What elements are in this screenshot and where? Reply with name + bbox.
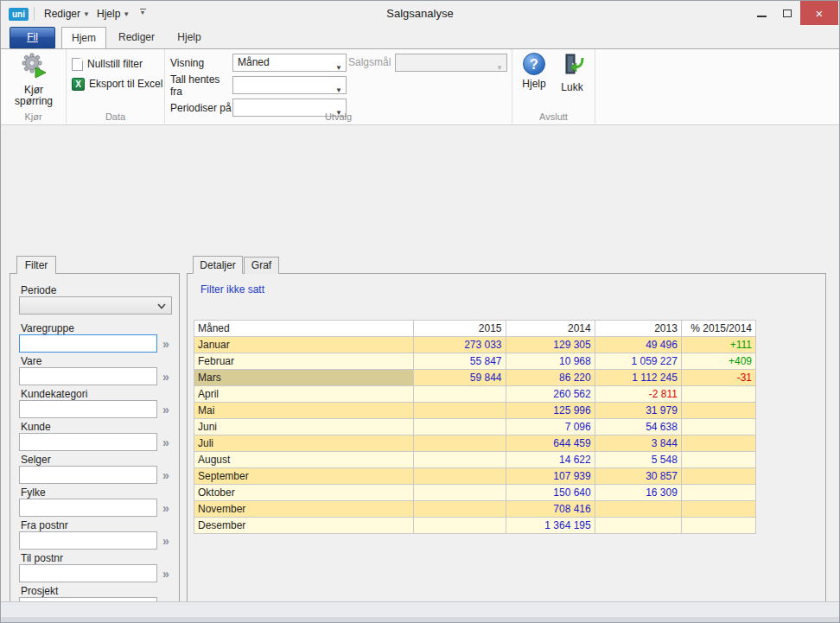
- til-postnr-input[interactable]: [19, 564, 157, 582]
- value-cell[interactable]: [681, 386, 755, 403]
- fra-postnr-input[interactable]: [19, 531, 157, 550]
- value-cell[interactable]: 49 496: [595, 337, 681, 353]
- lookup-more-button[interactable]: »: [162, 334, 180, 353]
- tab-hjelp[interactable]: Hjelp: [167, 28, 212, 48]
- value-cell[interactable]: 1 364 195: [506, 518, 595, 534]
- value-cell[interactable]: 107 939: [506, 468, 595, 485]
- value-cell[interactable]: [414, 452, 506, 468]
- value-cell[interactable]: [414, 485, 506, 501]
- lookup-more-button[interactable]: »: [162, 466, 180, 484]
- tab-rediger[interactable]: Rediger: [110, 28, 163, 48]
- value-cell[interactable]: [681, 485, 755, 501]
- tall-hentes-fra-select[interactable]: ▼: [232, 76, 347, 94]
- value-cell[interactable]: [681, 403, 755, 419]
- tab-graf[interactable]: Graf: [244, 257, 279, 274]
- fylke-input[interactable]: [19, 499, 157, 517]
- month-cell[interactable]: September: [194, 468, 414, 485]
- value-cell[interactable]: 7 096: [506, 419, 595, 435]
- value-cell[interactable]: -31: [681, 370, 755, 386]
- value-cell[interactable]: [414, 386, 506, 403]
- lookup-more-button[interactable]: »: [162, 433, 180, 451]
- tab-filter[interactable]: Filter: [16, 256, 56, 274]
- export-excel-button[interactable]: X Eksport til Excel: [72, 76, 162, 92]
- run-query-button[interactable]: Kjør spørring: [6, 51, 61, 108]
- value-cell[interactable]: 644 459: [506, 435, 595, 452]
- value-cell[interactable]: 86 220: [506, 370, 595, 386]
- month-cell[interactable]: August: [194, 452, 414, 468]
- varegruppe-input[interactable]: [19, 334, 157, 353]
- filter-field-label: Prosjekt: [21, 585, 58, 597]
- value-cell[interactable]: 129 305: [506, 337, 595, 353]
- month-cell[interactable]: Oktober: [194, 485, 414, 501]
- tab-hjem[interactable]: Hjem: [61, 27, 106, 48]
- month-cell[interactable]: April: [194, 386, 414, 403]
- value-cell[interactable]: [681, 452, 755, 468]
- value-cell[interactable]: +409: [681, 353, 755, 370]
- month-cell[interactable]: Mai: [194, 403, 414, 419]
- periode-select[interactable]: [19, 296, 172, 315]
- close-button[interactable]: ×: [800, 1, 838, 25]
- value-cell[interactable]: [595, 501, 681, 518]
- visning-label: Visning: [170, 57, 232, 69]
- value-cell[interactable]: 59 844: [414, 370, 506, 386]
- value-cell[interactable]: [681, 501, 755, 518]
- tab-detaljer[interactable]: Detaljer: [193, 256, 243, 274]
- visning-select[interactable]: Måned▼: [232, 54, 347, 72]
- value-cell[interactable]: [681, 435, 755, 452]
- month-cell[interactable]: Desember: [194, 518, 414, 534]
- value-cell[interactable]: 150 640: [506, 485, 595, 501]
- gear-run-icon: [19, 71, 48, 83]
- lookup-more-button[interactable]: »: [162, 499, 180, 517]
- value-cell[interactable]: [414, 468, 506, 485]
- month-cell[interactable]: Februar: [194, 353, 414, 370]
- value-cell[interactable]: 5 548: [595, 452, 681, 468]
- month-cell[interactable]: Januar: [194, 337, 414, 353]
- value-cell[interactable]: [595, 518, 681, 534]
- kunde-input[interactable]: [19, 433, 157, 451]
- lookup-more-button[interactable]: »: [162, 531, 180, 550]
- tab-fil[interactable]: Fil: [10, 27, 55, 48]
- month-cell[interactable]: Juli: [194, 435, 414, 452]
- value-cell[interactable]: 54 638: [595, 419, 681, 435]
- value-cell[interactable]: 3 844: [595, 435, 681, 452]
- value-cell[interactable]: 31 979: [595, 403, 681, 419]
- close-app-button[interactable]: Lukk: [554, 53, 590, 93]
- value-cell[interactable]: 708 416: [506, 501, 595, 518]
- value-cell[interactable]: [414, 403, 506, 419]
- value-cell[interactable]: 14 622: [506, 452, 595, 468]
- lookup-more-button[interactable]: »: [162, 400, 180, 418]
- main-area: Filter Periode Varegruppe»Vare»Kundekate…: [1, 126, 839, 601]
- value-cell[interactable]: 16 309: [595, 485, 681, 501]
- value-cell[interactable]: [681, 419, 755, 435]
- value-cell[interactable]: 30 857: [595, 468, 681, 485]
- minimize-button[interactable]: [748, 1, 774, 25]
- help-button[interactable]: ? Hjelp: [516, 53, 552, 90]
- reset-filter-button[interactable]: Nullstill filter: [72, 56, 143, 72]
- filter-status-link[interactable]: Filter ikke satt: [200, 283, 264, 296]
- value-cell[interactable]: [681, 468, 755, 485]
- value-cell[interactable]: [681, 518, 755, 534]
- value-cell[interactable]: 260 562: [506, 386, 595, 403]
- value-cell[interactable]: [414, 419, 506, 435]
- value-cell[interactable]: 55 847: [414, 353, 506, 370]
- value-cell[interactable]: 125 996: [506, 403, 595, 419]
- selger-input[interactable]: [19, 466, 157, 484]
- month-cell[interactable]: Mars: [194, 370, 414, 386]
- value-cell[interactable]: 273 033: [414, 337, 506, 353]
- lookup-more-button[interactable]: »: [162, 367, 180, 385]
- value-cell[interactable]: -2 811: [595, 386, 681, 403]
- maximize-button[interactable]: [774, 1, 800, 25]
- lookup-more-button[interactable]: »: [162, 564, 180, 582]
- kundekategori-input[interactable]: [19, 400, 157, 418]
- value-cell[interactable]: [414, 501, 506, 518]
- value-cell[interactable]: [414, 435, 506, 452]
- ribbon-group-data: Nullstill filter X Eksport til Excel Dat…: [67, 49, 165, 124]
- value-cell[interactable]: [414, 518, 506, 534]
- value-cell[interactable]: +111: [681, 337, 755, 353]
- month-cell[interactable]: November: [194, 501, 414, 518]
- value-cell[interactable]: 1 112 245: [595, 370, 681, 386]
- value-cell[interactable]: 10 968: [506, 353, 595, 370]
- vare-input[interactable]: [19, 367, 157, 385]
- month-cell[interactable]: Juni: [194, 419, 414, 435]
- value-cell[interactable]: 1 059 227: [595, 353, 681, 370]
